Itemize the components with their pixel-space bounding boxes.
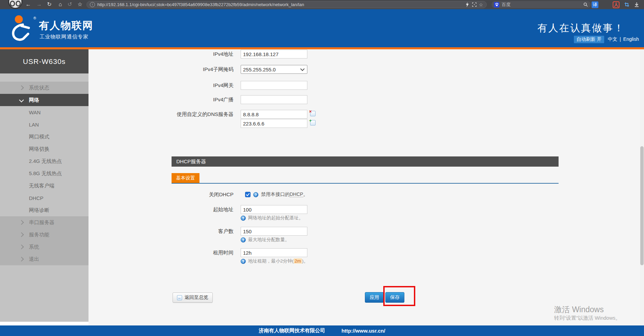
- chevron-down-icon: [19, 98, 24, 102]
- sidebar-item-24g-hotspot[interactable]: 2.4G 无线热点: [0, 155, 88, 167]
- header-motto: 有人在认真做事！: [537, 21, 625, 35]
- ipv4-address-label: IPv4地址: [131, 50, 234, 58]
- forward-icon[interactable]: →: [35, 0, 44, 9]
- windows-activate-watermark: 激活 Windows: [554, 304, 604, 315]
- help-icon: ?: [241, 237, 246, 242]
- page: ← → ↻ ⌂ ↺ ☆ i http://192.168.1.1/cgi-bin…: [0, 0, 644, 336]
- brand-title: 有人物联网: [39, 19, 93, 33]
- close-dhcp-label: 关闭DHCP: [131, 190, 234, 199]
- page-footer: 济南有人物联网技术有限公司 http://www.usr.cn/: [0, 325, 644, 336]
- search-magnifier-icon[interactable]: [582, 1, 589, 8]
- auto-refresh-toggle[interactable]: 自动刷新 开: [574, 36, 605, 43]
- lang-separator: |: [619, 36, 621, 43]
- select-chevron-icon: [300, 67, 305, 71]
- ipv4-broadcast-label: IPv4广播: [131, 95, 234, 104]
- home-icon[interactable]: ⌂: [56, 0, 65, 9]
- main-content: IPv4地址 IPv4子网掩码 255.255.255.0 IPv4网关 IPv…: [88, 49, 640, 325]
- browser-toolbar: ← → ↻ ⌂ ↺ ☆ i http://192.168.1.1/cgi-bin…: [0, 0, 644, 9]
- device-model-title: USR-W630s: [0, 49, 88, 73]
- footer-site-link[interactable]: http://www.usr.cn/: [341, 328, 385, 334]
- url-text[interactable]: http://192.168.1.1/cgi-bin/luci/;stok=bc…: [97, 2, 464, 7]
- chevron-right-icon: [19, 245, 24, 249]
- person-extension-icon[interactable]: 人: [613, 1, 619, 8]
- dhcp-lease-input[interactable]: [241, 248, 307, 257]
- tab-underline: [172, 183, 559, 184]
- sidebar-item-network-switch[interactable]: 网络切换: [0, 143, 88, 155]
- baidu-logo-icon: [494, 2, 499, 7]
- usr-logo: [9, 15, 35, 43]
- close-dhcp-hint: 禁用本接口的DHCP。: [261, 191, 308, 198]
- ipv4-netmask-label: IPv4子网掩码: [131, 65, 234, 74]
- sidebar-item-dhcp[interactable]: DHCP: [0, 192, 88, 204]
- download-icon[interactable]: [633, 1, 640, 8]
- chevron-right-icon: [19, 257, 24, 262]
- dhcp-lease-label: 租用时间: [131, 248, 234, 257]
- back-doc-icon: ←: [177, 295, 182, 300]
- brand-slogan: 工业物联网通信专家: [39, 34, 88, 40]
- address-bar[interactable]: i http://192.168.1.1/cgi-bin/luci/;stok=…: [86, 1, 487, 8]
- lang-zh-link[interactable]: 中文: [608, 36, 617, 43]
- search-engine-label[interactable]: 百度: [502, 2, 582, 8]
- sidebar-item-service-function[interactable]: 服务功能: [0, 229, 88, 241]
- dns-input-1[interactable]: [241, 110, 307, 119]
- chevron-right-icon: [19, 232, 24, 237]
- toolbar-more-icon[interactable]: ⋮: [641, 1, 644, 8]
- sidebar-item-logout[interactable]: 退出: [0, 253, 88, 265]
- reload-icon[interactable]: ↻: [45, 0, 54, 9]
- favorite-star-icon[interactable]: ☆: [478, 1, 484, 8]
- profile-avatar-icon[interactable]: [8, 0, 22, 9]
- chevron-right-icon: [19, 220, 24, 225]
- back-icon[interactable]: ←: [24, 0, 33, 9]
- dns-add-icon[interactable]: +: [310, 120, 316, 125]
- windows-activate-watermark-sub: 转到“设置”以激活 Windows。: [554, 315, 621, 321]
- crop-extension-icon[interactable]: [624, 1, 630, 8]
- tab-basic-settings[interactable]: 基本设置: [172, 173, 199, 183]
- dhcp-limit-input[interactable]: [241, 227, 307, 236]
- save-button[interactable]: 保存: [385, 292, 404, 303]
- sidebar-item-wan[interactable]: WAN: [0, 106, 88, 118]
- ipv4-broadcast-input[interactable]: [241, 95, 307, 104]
- help-icon: ?: [241, 259, 246, 264]
- undo-icon[interactable]: ↺: [65, 0, 74, 9]
- footer-company: 济南有人物联网技术有限公司: [259, 327, 325, 334]
- registered-mark: ®: [33, 16, 36, 20]
- site-header: ® 有人物联网 工业物联网通信专家 有人在认真做事！ 自动刷新 开 中文 | E…: [0, 9, 644, 49]
- sidebar-item-serial-server[interactable]: 串口服务器: [0, 216, 88, 229]
- sidebar-item-lan[interactable]: LAN: [0, 118, 88, 131]
- sidebar: USR-W630s 系统状态 网络 WAN LAN 网口模式 网络切换 2.4G…: [0, 49, 88, 322]
- ipv4-address-input[interactable]: [241, 50, 307, 58]
- help-icon: ?: [253, 192, 258, 197]
- site-info-icon[interactable]: i: [90, 2, 95, 7]
- sidebar-item-network-diagnosis[interactable]: 网络诊断: [0, 204, 88, 216]
- apps-grid-extension-icon[interactable]: [602, 1, 609, 8]
- search-box[interactable]: 百度: [492, 1, 591, 8]
- help-icon: ?: [241, 216, 246, 221]
- sidebar-item-system-status[interactable]: 系统状态: [0, 82, 88, 94]
- ipv4-netmask-select[interactable]: 255.255.255.0: [241, 65, 307, 74]
- ipv4-gateway-label: IPv4网关: [131, 81, 234, 90]
- ipv4-gateway-input[interactable]: [241, 81, 307, 90]
- sidebar-item-network[interactable]: 网络: [0, 94, 88, 106]
- screenshot-frame-icon[interactable]: [471, 1, 478, 8]
- dns-remove-icon[interactable]: ×: [310, 111, 316, 116]
- lightning-icon[interactable]: [464, 1, 471, 8]
- dhcp-section-header: DHCP服务器: [172, 156, 559, 167]
- dns-input-2[interactable]: [241, 119, 307, 128]
- dhcp-limit-label: 客户数: [131, 227, 234, 236]
- sidebar-item-58g-hotspot[interactable]: 5.8G 无线热点: [0, 167, 88, 180]
- dhcp-start-label: 起始地址: [131, 205, 234, 214]
- sidebar-item-system[interactable]: 系统: [0, 241, 88, 253]
- scrollbar-thumb[interactable]: [640, 146, 644, 265]
- sidebar-item-port-mode[interactable]: 网口模式: [0, 131, 88, 143]
- chevron-right-icon: [19, 85, 24, 90]
- sidebar-item-wireless-client[interactable]: 无线客户端: [0, 180, 88, 192]
- custom-dns-label: 使用自定义的DNS服务器: [131, 110, 234, 119]
- apply-button[interactable]: 应用: [365, 292, 384, 303]
- dhcp-start-input[interactable]: [241, 205, 307, 214]
- translate-extension-icon[interactable]: 译: [592, 1, 598, 8]
- scrollbar-track: [640, 49, 644, 325]
- back-to-overview-button[interactable]: ← 返回至总览: [173, 292, 213, 303]
- close-dhcp-checkbox[interactable]: [245, 192, 251, 197]
- lang-en-link[interactable]: English: [623, 36, 639, 43]
- bookmark-star-icon[interactable]: ☆: [76, 0, 84, 9]
